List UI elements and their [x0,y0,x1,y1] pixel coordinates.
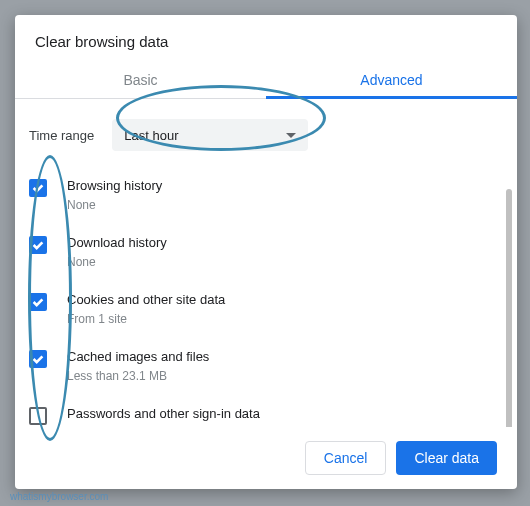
item-label: Download history [67,234,167,252]
item-text: Passwords and other sign-in data None [67,405,260,427]
item-text: Browsing history None [67,177,162,214]
time-range-row: Time range Last hour [15,99,517,167]
clear-data-button[interactable]: Clear data [396,441,497,475]
tabs: Basic Advanced [15,64,517,99]
check-icon [31,352,45,366]
item-sub: From 1 site [67,311,225,328]
item-text: Download history None [67,234,167,271]
time-range-select[interactable]: Last hour [112,119,308,151]
item-sub: Less than 23.1 MB [67,368,209,385]
item-cookies: Cookies and other site data From 1 site [29,281,497,338]
item-sub: None [67,197,162,214]
item-text: Cached images and files Less than 23.1 M… [67,348,209,385]
item-text: Cookies and other site data From 1 site [67,291,225,328]
check-icon [31,181,45,195]
check-icon [31,238,45,252]
time-range-label: Time range [29,128,94,143]
item-label: Cached images and files [67,348,209,366]
time-range-value: Last hour [124,128,178,143]
item-browsing-history: Browsing history None [29,167,497,224]
item-cached: Cached images and files Less than 23.1 M… [29,338,497,395]
checkbox-cached[interactable] [29,350,47,368]
checkbox-browsing-history[interactable] [29,179,47,197]
tab-advanced[interactable]: Advanced [266,64,517,98]
checkbox-cookies[interactable] [29,293,47,311]
item-sub: None [67,425,260,427]
clear-browsing-data-dialog: Clear browsing data Basic Advanced Time … [15,15,517,489]
checkbox-download-history[interactable] [29,236,47,254]
options-list: Browsing history None Download history N… [15,167,517,427]
tab-basic[interactable]: Basic [15,64,266,98]
dialog-content: Time range Last hour Browsing history No… [15,99,517,427]
checkbox-passwords[interactable] [29,407,47,425]
item-sub: None [67,254,167,271]
item-label: Cookies and other site data [67,291,225,309]
scrollbar[interactable] [506,189,512,427]
item-label: Passwords and other sign-in data [67,405,260,423]
item-download-history: Download history None [29,224,497,281]
item-passwords: Passwords and other sign-in data None [29,395,497,427]
cancel-button[interactable]: Cancel [305,441,387,475]
dialog-title: Clear browsing data [15,15,517,64]
dialog-footer: Cancel Clear data [15,427,517,489]
check-icon [31,295,45,309]
watermark: whatismybrowser.com [10,491,108,502]
item-label: Browsing history [67,177,162,195]
